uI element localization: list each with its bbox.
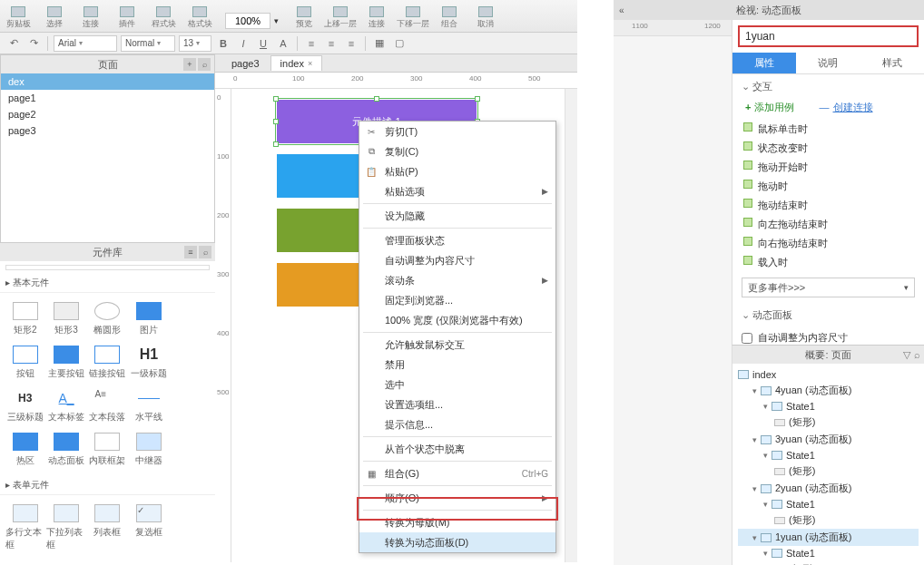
lib-category-basic[interactable]: 基本元件	[0, 274, 215, 293]
tb-preview[interactable]: 预览	[286, 6, 322, 32]
tb-clipboard[interactable]: 剪贴板	[0, 6, 36, 32]
redo-icon[interactable]: ↷	[25, 35, 42, 52]
page-item-dex[interactable]: dex	[1, 73, 214, 90]
widget-dropdown[interactable]: 下拉列表框	[46, 501, 85, 555]
ctx-mouse[interactable]: 允许触发鼠标交互	[359, 335, 555, 355]
widget-rect2[interactable]: 矩形2	[5, 298, 44, 340]
widget-rect3[interactable]: 矩形3	[46, 298, 85, 340]
tree-2yuan[interactable]: ▾2yuan (动态面板)	[738, 480, 919, 497]
tb-format[interactable]: 格式块	[182, 6, 218, 32]
font-select[interactable]: Arial▾	[54, 35, 117, 52]
tab-page3[interactable]: page3	[222, 56, 269, 71]
widget-primary-btn[interactable]: 主要按钮	[46, 342, 85, 384]
pages-search-icon[interactable]: ⌕	[198, 58, 211, 71]
tb-up[interactable]: 上移一层	[322, 6, 359, 32]
section-interactions[interactable]: 交互	[732, 74, 924, 99]
widget-dynamic-panel[interactable]: 动态面板	[46, 429, 85, 471]
border-icon[interactable]: ▢	[391, 35, 408, 52]
more-events-select[interactable]: 更多事件>>>	[742, 278, 915, 297]
ctx-auto-fit[interactable]: 自动调整为内容尺寸	[359, 250, 555, 270]
ctx-copy[interactable]: ⧉复制(C)	[359, 141, 555, 161]
page-item-page1[interactable]: page1	[1, 90, 214, 106]
ctx-set-hidden[interactable]: 设为隐藏	[359, 206, 555, 226]
widget-repeater[interactable]: 中继器	[129, 429, 168, 471]
evt-dragstart[interactable]: 拖动开始时	[732, 158, 924, 177]
search-icon[interactable]: ⌕	[914, 349, 920, 361]
ctx-manage-states[interactable]: 管理面板状态	[359, 230, 555, 250]
tab-style[interactable]: 样式	[860, 53, 924, 73]
tree-3yuan[interactable]: ▾3yuan (动态面板)	[738, 431, 919, 448]
lib-category-form[interactable]: 表单元件	[0, 476, 215, 495]
pages-add-icon[interactable]: +	[183, 58, 196, 71]
tb-ungroup[interactable]: 取消	[467, 6, 504, 32]
tab-notes[interactable]: 说明	[796, 53, 860, 73]
style-select[interactable]: Normal▾	[121, 35, 175, 52]
widget-link-btn[interactable]: 链接按钮	[88, 342, 127, 384]
create-link[interactable]: 创建连接	[833, 102, 873, 112]
widget-checkbox[interactable]: ✓复选框	[129, 501, 168, 555]
undo-icon[interactable]: ↶	[5, 35, 22, 52]
tb-block[interactable]: 程式块	[145, 6, 182, 32]
widget-h3[interactable]: H3三级标题	[5, 385, 44, 427]
evt-dragend-r[interactable]: 向右拖动结束时	[732, 234, 924, 253]
ctx-100w[interactable]: 100% 宽度 (仅限浏览器中有效)	[359, 310, 555, 330]
tb-conn2[interactable]: 连接	[359, 6, 395, 32]
align-c-icon[interactable]: ≡	[323, 35, 339, 52]
widget-paragraph[interactable]: A≡文本段落	[88, 385, 127, 427]
ctx-to-dynamic[interactable]: 转换为动态面板(D)	[359, 532, 555, 552]
widget-listbox[interactable]: 列表框	[88, 501, 127, 555]
widget-label[interactable]: A_文本标签	[46, 385, 85, 427]
tb-select[interactable]: 选择	[36, 6, 73, 32]
add-case-link[interactable]: 添加用例	[754, 102, 794, 112]
scrollbar-vertical[interactable]	[565, 89, 577, 562]
widget-hline[interactable]: 水平线	[129, 385, 168, 427]
widget-image[interactable]: 图片	[129, 298, 168, 340]
align-l-icon[interactable]: ≡	[303, 35, 319, 52]
ctx-disable[interactable]: 禁用	[359, 355, 555, 375]
fill-icon[interactable]: ▦	[371, 35, 388, 52]
ctx-pin[interactable]: 固定到浏览器...	[359, 290, 555, 310]
ctx-sel-group[interactable]: 设置选项组...	[359, 395, 555, 414]
widget-ellipse[interactable]: 椭圆形	[88, 298, 127, 340]
evt-load[interactable]: 载入时	[732, 253, 924, 272]
tb-plugin[interactable]: 插件	[109, 6, 145, 32]
tree-root[interactable]: index	[738, 367, 919, 382]
tree-1yuan-state[interactable]: ▾State1	[738, 546, 919, 560]
italic-icon[interactable]: I	[235, 35, 251, 52]
ctx-paste-opts[interactable]: 粘贴选项▶	[359, 181, 555, 201]
ctx-tooltip[interactable]: 提示信息...	[359, 414, 555, 434]
lib-menu-icon[interactable]: ≡	[184, 246, 197, 258]
tree-3yuan-state[interactable]: ▾State1	[738, 448, 919, 463]
tree-1yuan-shape[interactable]: (矩形)	[738, 560, 919, 565]
underline-icon[interactable]: U	[255, 35, 271, 52]
widget-hotspot[interactable]: 热区	[5, 429, 44, 471]
ctx-scroll[interactable]: 滚动条▶	[359, 270, 555, 290]
section-dynamic-panel[interactable]: 动态面板	[732, 303, 924, 327]
evt-click[interactable]: 鼠标单击时	[732, 120, 924, 139]
ctx-select[interactable]: 选中	[359, 375, 555, 395]
page-item-page2[interactable]: page2	[1, 106, 214, 122]
widget-button[interactable]: 按钮	[5, 342, 44, 384]
lib-search-icon[interactable]: ⌕	[199, 246, 211, 258]
tb-down[interactable]: 下移一层	[395, 6, 431, 32]
tree-2yuan-shape[interactable]: (矩形)	[738, 511, 919, 529]
bold-icon[interactable]: B	[215, 35, 231, 52]
evt-dragend[interactable]: 拖动结束时	[732, 196, 924, 215]
close-icon[interactable]: ×	[308, 59, 312, 68]
widget-h1[interactable]: H1一级标题	[129, 342, 168, 384]
size-select[interactable]: 13▾	[179, 35, 211, 52]
zoom-control[interactable]: ▾	[225, 13, 279, 29]
widget-textarea[interactable]: 多行文本框	[5, 501, 44, 555]
filter-icon[interactable]: ▽	[903, 349, 910, 361]
ctx-paste[interactable]: 📋粘贴(P)	[359, 161, 555, 181]
ctx-from-first[interactable]: 从首个状态中脱离	[359, 439, 555, 459]
align-r-icon[interactable]: ≡	[343, 35, 359, 52]
tree-3yuan-shape[interactable]: (矩形)	[738, 463, 919, 480]
tree-4yuan-shape[interactable]: (矩形)	[738, 414, 919, 431]
zoom-input[interactable]	[225, 13, 270, 29]
tb-connect[interactable]: 连接	[73, 6, 109, 32]
tab-properties[interactable]: 属性	[732, 53, 796, 73]
tab-index[interactable]: index×	[270, 55, 323, 71]
ctx-group[interactable]: ▦组合(G)Ctrl+G	[359, 463, 555, 483]
color-icon[interactable]: A	[275, 35, 291, 52]
